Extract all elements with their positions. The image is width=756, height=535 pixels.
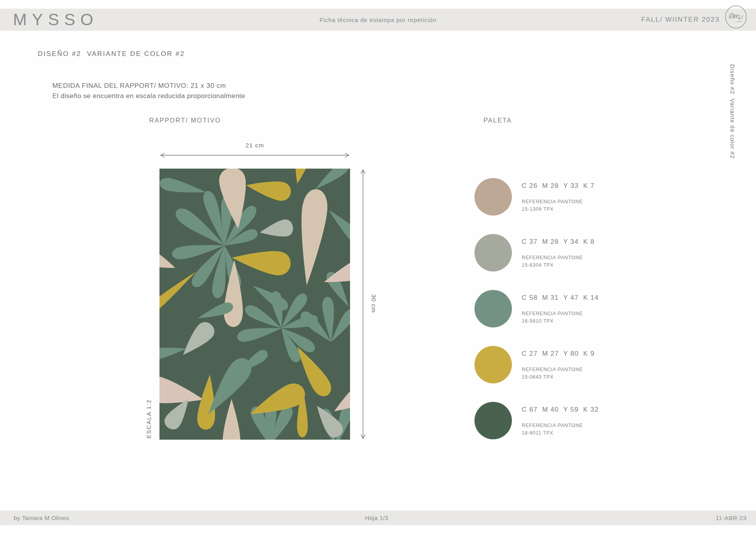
date-label: 11-ABR-23 <box>716 511 747 525</box>
rapport-section-label: RAPPORT/ MOTIVO <box>146 117 224 124</box>
width-dimension-arrow <box>159 152 350 158</box>
palette-row: C 26 M 28 Y 33 K 7 REFERENCIA PANTONE 15… <box>474 178 652 234</box>
palette-swatch-circle <box>474 346 512 383</box>
author-credit: by Tamara M Olmos <box>14 511 69 525</box>
pantone-code: 15-0643 TPX <box>522 373 554 381</box>
cmyk-values: C 27 M 27 Y 80 K 9 <box>522 350 595 358</box>
rapport-size-line: MEDIDA FINAL DEL RAPPORT/ MOTIVO: 21 x 3… <box>52 82 226 90</box>
pattern-swatch <box>159 169 350 440</box>
signature-ellipse-icon <box>724 5 747 29</box>
pantone-reference-label: REFERENCIA PANTONE <box>522 254 583 262</box>
pantone-code: 16-5810 TPX <box>522 318 554 325</box>
palette-row: C 27 M 27 Y 80 K 9 REFERENCIA PANTONE 15… <box>474 346 652 402</box>
footer-bar: by Tamara M Olmos Hoja 1/3 11-ABR-23 <box>0 511 756 525</box>
width-dimension-label: 21 cm <box>159 142 350 149</box>
season-label: FALL/ WIINTER 2023 <box>641 9 720 31</box>
palette-list: C 26 M 28 Y 33 K 7 REFERENCIA PANTONE 15… <box>474 178 652 470</box>
palette-row: C 58 M 31 Y 47 K 14 REFERENCIA PANTONE 1… <box>474 290 652 346</box>
cmyk-values: C 67 M 40 Y 59 K 32 <box>522 406 599 414</box>
height-dimension-label: 30 cm <box>370 294 377 313</box>
scale-ratio-label: ESCALA 1:2 <box>145 399 152 438</box>
pantone-reference-label: REFERENCIA PANTONE <box>522 422 583 429</box>
pantone-reference-label: REFERENCIA PANTONE <box>522 366 583 373</box>
page-number: Hoja 1/3 <box>365 511 388 525</box>
palette-swatch-circle <box>474 402 512 439</box>
design-variant-title: DISEÑO #2 VARIANTE DE COLOR #2 <box>38 50 185 58</box>
pantone-reference-label: REFERENCIA PANTONE <box>522 198 583 206</box>
palette-swatch-circle <box>474 290 512 327</box>
palette-section-label: PALETA <box>484 117 512 124</box>
header-bar: MYSSO Ficha técnica de estampa por repet… <box>0 9 756 31</box>
cmyk-values: C 58 M 31 Y 47 K 14 <box>522 294 599 302</box>
palette-swatch-circle <box>474 178 512 215</box>
scale-description-line: El diseño se encuentra en escala reducid… <box>52 92 245 100</box>
height-dimension-arrow <box>360 169 366 440</box>
palette-row: C 37 M 28 Y 34 K 8 REFERENCIA PANTONE 15… <box>474 234 652 290</box>
pantone-code: 15-1309 TPX <box>522 206 554 213</box>
cmyk-values: C 37 M 28 Y 34 K 8 <box>522 238 595 246</box>
pantone-code: 18-6011 TPX <box>522 429 553 437</box>
spec-sheet-page: MYSSO Ficha técnica de estampa por repet… <box>0 0 756 535</box>
palette-swatch-circle <box>474 234 512 271</box>
pantone-reference-label: REFERENCIA PANTONE <box>522 310 583 318</box>
cmyk-values: C 26 M 28 Y 33 K 7 <box>522 182 595 190</box>
palette-row: C 67 M 40 Y 59 K 32 REFERENCIA PANTONE 1… <box>474 402 652 458</box>
vertical-side-note: Diseño #2 Variante de color #2 <box>729 64 736 159</box>
pantone-code: 15-6304 TPX <box>522 262 554 269</box>
